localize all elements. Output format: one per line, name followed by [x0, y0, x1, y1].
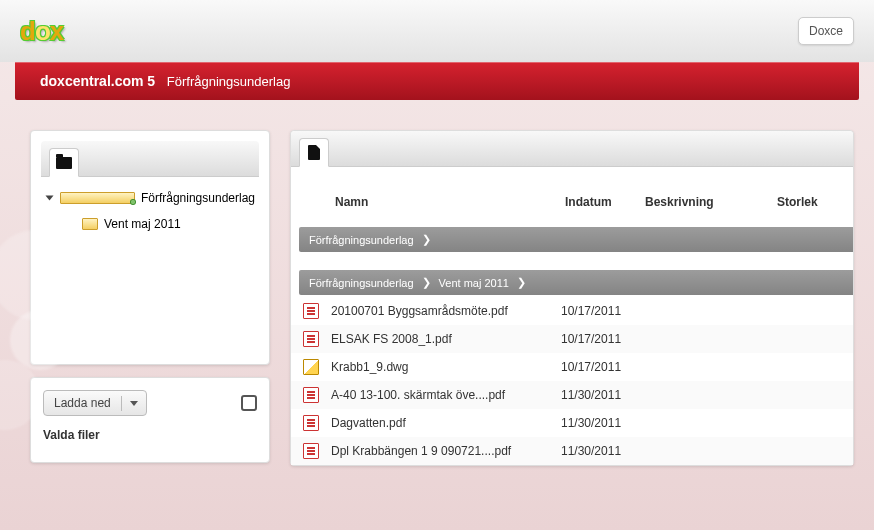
table-row[interactable]: Dagvatten.pdf11/30/2011	[291, 409, 853, 437]
file-date: 10/17/2011	[561, 332, 641, 346]
selected-files-label: Valda filer	[43, 428, 257, 442]
chevron-right-icon: ❯	[517, 276, 526, 289]
pdf-icon	[303, 331, 319, 347]
pdf-icon	[303, 387, 319, 403]
col-name[interactable]: Namn	[335, 195, 565, 209]
chevron-down-icon[interactable]	[121, 396, 146, 411]
col-indatum[interactable]: Indatum	[565, 195, 645, 209]
path-bar[interactable]: Förfrågningsunderlag ❯	[299, 227, 853, 252]
file-date: 10/17/2011	[561, 304, 641, 318]
path-segment[interactable]: Vent maj 2011	[439, 277, 509, 289]
tree-node-root[interactable]: Förfrågningsunderlag	[45, 185, 255, 211]
tab-folders[interactable]	[49, 148, 79, 177]
col-size[interactable]: Storlek	[777, 195, 837, 209]
file-name: Dagvatten.pdf	[331, 416, 561, 430]
table-row[interactable]: Dpl Krabbängen 1 9 090721....pdf11/30/20…	[291, 437, 853, 465]
breadcrumb: doxcentral.com 5 Förfrågningsunderlag	[15, 62, 859, 100]
pdf-icon	[303, 443, 319, 459]
table-row[interactable]: 20100701 Byggsamrådsmöte.pdf10/17/2011	[291, 297, 853, 325]
chevron-right-icon: ❯	[422, 233, 431, 246]
dwg-icon	[303, 359, 319, 375]
file-name: ELSAK FS 2008_1.pdf	[331, 332, 561, 346]
expand-icon[interactable]	[46, 196, 54, 201]
file-icon	[308, 145, 320, 160]
download-button[interactable]: Ladda ned	[43, 390, 147, 416]
column-headers: Namn Indatum Beskrivning Storlek	[291, 185, 853, 219]
breadcrumb-item[interactable]: Förfrågningsunderlag	[167, 74, 291, 89]
folder-icon	[56, 157, 72, 169]
table-row[interactable]: ELSAK FS 2008_1.pdf10/17/2011	[291, 325, 853, 353]
file-date: 11/30/2011	[561, 444, 641, 458]
folder-icon	[82, 218, 98, 230]
folder-icon	[60, 192, 135, 204]
pdf-icon	[303, 415, 319, 431]
tab-files[interactable]	[299, 138, 329, 167]
tab-strip	[291, 131, 853, 167]
file-name: A-40 13-100. skärmtak öve....pdf	[331, 388, 561, 402]
file-date: 11/30/2011	[561, 416, 641, 430]
chevron-right-icon: ❯	[422, 276, 431, 289]
topbar: dox Doxce	[0, 0, 874, 62]
col-desc[interactable]: Beskrivning	[645, 195, 777, 209]
tree-node-child[interactable]: Vent maj 2011	[67, 211, 255, 237]
path-bar[interactable]: Förfrågningsunderlag ❯ Vent maj 2011 ❯	[299, 270, 853, 295]
table-row[interactable]: A-40 13-100. skärmtak öve....pdf11/30/20…	[291, 381, 853, 409]
pdf-icon	[303, 303, 319, 319]
file-name: Dpl Krabbängen 1 9 090721....pdf	[331, 444, 561, 458]
file-date: 11/30/2011	[561, 388, 641, 402]
file-name: 20100701 Byggsamrådsmöte.pdf	[331, 304, 561, 318]
logo[interactable]: dox	[20, 16, 63, 47]
path-segment[interactable]: Förfrågningsunderlag	[309, 277, 414, 289]
file-list-panel: Namn Indatum Beskrivning Storlek Förfråg…	[290, 130, 854, 466]
file-name: Krabb1_9.dwg	[331, 360, 561, 374]
table-row[interactable]: Krabb1_9.dwg10/17/2011	[291, 353, 853, 381]
tree-node-label: Förfrågningsunderlag	[141, 191, 255, 205]
site-title: doxcentral.com 5	[40, 73, 155, 89]
select-all-checkbox[interactable]	[241, 395, 257, 411]
path-segment[interactable]: Förfrågningsunderlag	[309, 234, 414, 246]
tab-strip	[41, 141, 259, 177]
file-date: 10/17/2011	[561, 360, 641, 374]
tree-node-label: Vent maj 2011	[104, 217, 181, 231]
doxcentral-button[interactable]: Doxce	[798, 17, 854, 45]
download-panel: Ladda ned Valda filer	[30, 377, 270, 463]
